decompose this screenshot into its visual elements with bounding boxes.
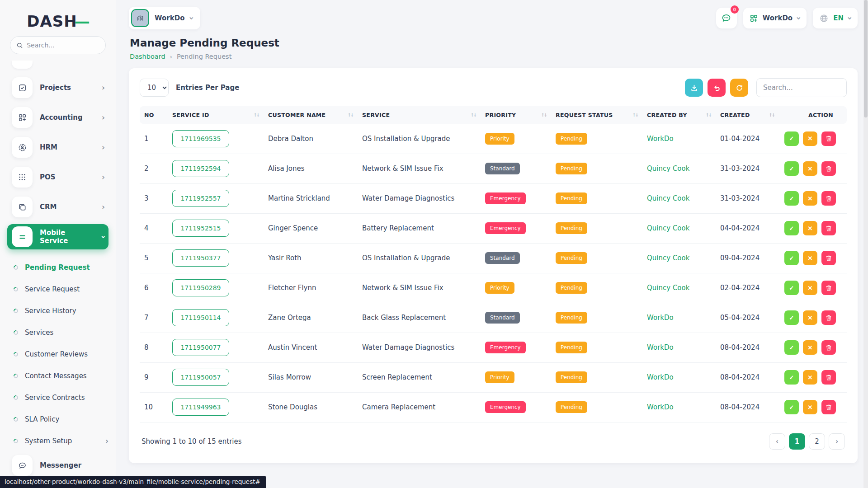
reject-button[interactable]: ✕ (803, 161, 817, 176)
sidebar-item-hrm[interactable]: HRM › (7, 135, 108, 160)
sort-icon[interactable]: ↑↓ (347, 113, 353, 117)
created-by-link[interactable]: Quincy Cook (647, 164, 689, 173)
entries-per-page-select[interactable]: 10 (140, 79, 169, 97)
column-priority[interactable]: PRIORITY↑↓ (481, 106, 551, 124)
browser-scrollbar[interactable] (863, 0, 868, 488)
export-button[interactable] (685, 79, 703, 97)
submenu-item-services[interactable]: Services (14, 322, 108, 343)
submenu-item-customer-reviews[interactable]: Customer Reviews (14, 343, 108, 365)
service-id-button[interactable]: 1711950377 (172, 249, 229, 267)
column-request-status[interactable]: REQUEST STATUS↑↓ (551, 106, 642, 124)
sidebar-item-projects[interactable]: Projects › (7, 75, 108, 100)
approve-button[interactable]: ✓ (784, 221, 799, 235)
approve-button[interactable]: ✓ (784, 161, 799, 176)
sidebar-item-accounting[interactable]: Accounting › (7, 105, 108, 130)
approve-button[interactable]: ✓ (784, 281, 799, 295)
delete-button[interactable] (821, 131, 836, 146)
approve-button[interactable]: ✓ (784, 310, 799, 325)
approve-button[interactable]: ✓ (784, 400, 799, 414)
app-switcher-label: WorkDo (763, 14, 793, 22)
approve-button[interactable]: ✓ (784, 370, 799, 385)
service-id-button[interactable]: 1711950289 (172, 279, 229, 296)
reject-button[interactable]: ✕ (803, 221, 817, 235)
sidebar-search[interactable] (10, 36, 106, 54)
reject-button[interactable]: ✕ (803, 370, 817, 385)
sort-icon[interactable]: ↑↓ (541, 113, 547, 117)
delete-button[interactable] (821, 161, 836, 176)
sidebar-item-mobile-service[interactable]: Mobile Service › (7, 224, 108, 249)
submenu-item-contact-messages[interactable]: Contact Messages (14, 365, 108, 387)
messages-button[interactable]: 0 (716, 8, 737, 28)
created-by-link[interactable]: Quincy Cook (647, 194, 689, 202)
submenu-item-service-request[interactable]: Service Request (14, 278, 108, 300)
sort-icon[interactable]: ↑↓ (470, 113, 476, 117)
column-customer-name[interactable]: CUSTOMER NAME↑↓ (264, 106, 358, 124)
reject-button[interactable]: ✕ (803, 251, 817, 265)
reject-button[interactable]: ✕ (803, 281, 817, 295)
sort-icon[interactable]: ↑↓ (632, 113, 638, 117)
page-2-button[interactable]: 2 (809, 433, 825, 450)
approve-button[interactable]: ✓ (784, 131, 799, 146)
created-by-link[interactable]: WorkDo (647, 373, 674, 381)
sidebar-item-messenger[interactable]: Messenger (7, 453, 108, 478)
company-selector[interactable]: WorkDo › (129, 7, 200, 29)
service-id-button[interactable]: 1711952594 (172, 160, 229, 177)
sidebar-item-crm[interactable]: CRM › (7, 194, 108, 220)
sort-icon[interactable]: ↑↓ (253, 113, 259, 117)
reject-button[interactable]: ✕ (803, 131, 817, 146)
created-by-link[interactable]: Quincy Cook (647, 254, 689, 262)
refresh-button[interactable] (730, 79, 748, 97)
service-id-button[interactable]: 1711952557 (172, 190, 229, 207)
sidebar-item-pos[interactable]: POS › (7, 164, 108, 190)
column-service-id[interactable]: SERVICE ID↑↓ (168, 106, 264, 124)
approve-button[interactable]: ✓ (784, 251, 799, 265)
created-by-link[interactable]: WorkDo (647, 314, 674, 322)
column-created[interactable]: CREATED↑↓ (716, 106, 779, 124)
delete-button[interactable] (821, 340, 836, 355)
language-label: EN (833, 14, 844, 22)
breadcrumb-dashboard-link[interactable]: Dashboard (130, 53, 165, 60)
reject-button[interactable]: ✕ (803, 400, 817, 414)
service-id-button[interactable]: 1711950114 (172, 309, 229, 326)
page-1-button[interactable]: 1 (789, 433, 805, 450)
delete-button[interactable] (821, 400, 836, 414)
sidebar-search-input[interactable] (27, 42, 99, 49)
submenu-item-service-contracts[interactable]: Service Contracts (14, 387, 108, 408)
approve-button[interactable]: ✓ (784, 340, 799, 355)
reject-button[interactable]: ✕ (803, 191, 817, 206)
column-created-by[interactable]: CREATED BY↑↓ (642, 106, 716, 124)
delete-button[interactable] (821, 281, 836, 295)
delete-button[interactable] (821, 221, 836, 235)
delete-button[interactable] (821, 251, 836, 265)
approve-button[interactable]: ✓ (784, 191, 799, 206)
reject-button[interactable]: ✕ (803, 310, 817, 325)
language-selector[interactable]: EN › (813, 8, 858, 28)
created-by-link[interactable]: Quincy Cook (647, 284, 689, 292)
next-page-button[interactable]: › (829, 433, 845, 450)
service-id-button[interactable]: 1711969535 (172, 130, 229, 147)
delete-button[interactable] (821, 191, 836, 206)
delete-button[interactable] (821, 310, 836, 325)
delete-button[interactable] (821, 370, 836, 385)
previous-page-button[interactable]: ‹ (769, 433, 785, 450)
submenu-item-service-history[interactable]: Service History (14, 300, 108, 322)
reject-button[interactable]: ✕ (803, 340, 817, 355)
table-search-input[interactable] (756, 78, 847, 97)
created-by-link[interactable]: Quincy Cook (647, 224, 689, 232)
service-id-button[interactable]: 1711950057 (172, 369, 229, 386)
service-id-button[interactable]: 1711952515 (172, 220, 229, 237)
service-id-button[interactable]: 1711950077 (172, 339, 229, 356)
reset-button[interactable] (708, 79, 726, 97)
submenu-item-system-setup[interactable]: System Setup› (14, 430, 108, 452)
submenu-item-pending-request[interactable]: Pending Request (14, 257, 108, 278)
created-by-link[interactable]: WorkDo (647, 343, 674, 352)
sort-icon[interactable]: ↑↓ (769, 113, 774, 117)
scrollbar-thumb[interactable] (864, 0, 868, 117)
sort-icon[interactable]: ↑↓ (705, 113, 711, 117)
created-by-link[interactable]: WorkDo (647, 135, 674, 143)
created-by-link[interactable]: WorkDo (647, 403, 674, 411)
column-service[interactable]: SERVICE↑↓ (358, 106, 481, 124)
submenu-item-sla-policy[interactable]: SLA Policy (14, 408, 108, 430)
service-id-button[interactable]: 1711949963 (172, 399, 229, 416)
app-switcher[interactable]: WorkDo › (743, 8, 807, 28)
